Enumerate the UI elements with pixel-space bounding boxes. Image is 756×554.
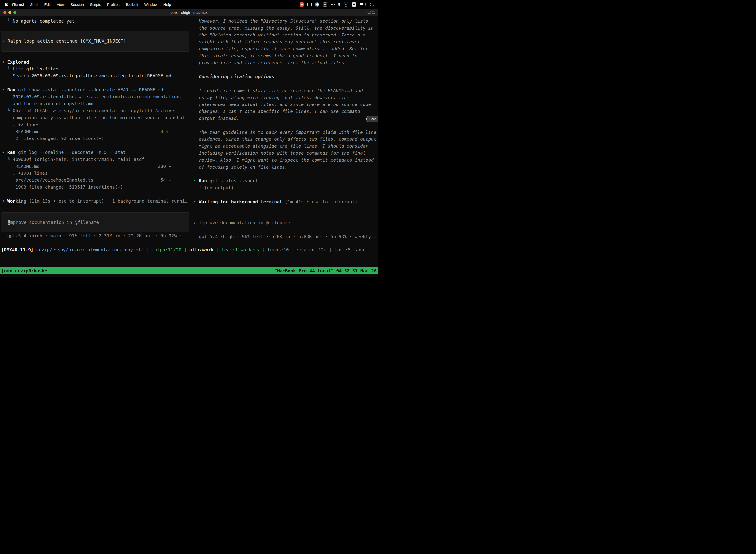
- minimize-button[interactable]: [8, 11, 11, 14]
- zoom-button[interactable]: [13, 11, 16, 14]
- left-terminal-pane[interactable]: └ No agents completed yet› Ralph loop ac…: [0, 16, 191, 243]
- menu-edit[interactable]: Edit: [41, 2, 54, 7]
- terminal-line: evidence. Since this change only affects…: [193, 136, 378, 143]
- menu-view[interactable]: View: [54, 2, 67, 7]
- terminal-split: └ No agents completed yet› Ralph loop ac…: [0, 16, 378, 243]
- menu-items: ShellEditViewSessionScriptsProfilesToolb…: [27, 2, 174, 7]
- battery-percent-icon[interactable]: .61: [343, 2, 349, 7]
- terminal-line: and-the-erosion-of-copyleft.md: [2, 100, 191, 107]
- terminal-line: README.md | 280 +: [2, 163, 191, 170]
- tmux-session-name: [omx-cczip0:bash*: [1, 267, 47, 274]
- terminal-line: review. Also, I might want to inspect th…: [193, 157, 378, 164]
- terminal-line: the "Related research writing" section i…: [193, 32, 378, 39]
- terminal-line: … +1901 lines: [2, 170, 191, 177]
- reasoning-heading: Considering citation options: [193, 73, 378, 80]
- keyboard-icon[interactable]: [307, 3, 312, 6]
- blank-line: [193, 226, 378, 233]
- prompt-input[interactable]: › Improve documentation in @filename: [1, 213, 189, 232]
- blank-line: [193, 191, 378, 198]
- blank-line: [193, 66, 378, 73]
- battery-icon[interactable]: [360, 3, 366, 6]
- blank-line: [2, 79, 191, 87]
- session-stats: gpt-5.4 xhigh · 96% left · 520K in · 5.8…: [193, 233, 378, 240]
- terminal-line: However, I noticed the "Directory Struct…: [193, 18, 378, 24]
- terminal-line: of focusing solely on file lines.: [193, 164, 378, 170]
- menu-app-name[interactable]: iTerm2: [12, 2, 27, 7]
- blank-line: [2, 190, 191, 198]
- terminal-line: └ (no output): [193, 184, 378, 191]
- dark-app-icon[interactable]: [323, 2, 327, 7]
- input-source-icon[interactable]: A: [352, 2, 356, 7]
- app-grid-icon[interactable]: [331, 2, 334, 6]
- terminal-line: Search 2026-03-09-is-legal-the-same-as-l…: [2, 72, 191, 79]
- terminal-line: • Ran git log --oneline --decorate -n 5 …: [2, 149, 191, 156]
- terminal-line: README.md | 4 +: [2, 128, 191, 135]
- tmux-status-bar: [omx-cczip0:bash* "MacBook-Pro-44.local"…: [0, 267, 378, 274]
- macos-desktop: iTerm2 ShellEditViewSessionScriptsProfil…: [0, 0, 378, 277]
- blank-line: [193, 205, 378, 212]
- terminal-line: changes, I can't cite specific file line…: [193, 108, 378, 115]
- terminal-line: this single essay, it seems like a good …: [193, 52, 378, 59]
- blank-line: [193, 80, 378, 87]
- terminal-line: including verification notes with those …: [193, 150, 378, 157]
- menu-bar: iTerm2 ShellEditViewSessionScriptsProfil…: [0, 0, 378, 9]
- terminal-line: companion analysis without altering the …: [2, 114, 191, 121]
- terminal-line: essay file, along with finding root file…: [193, 94, 378, 101]
- waiting-status: • Waiting for background terminal (1m 41…: [193, 198, 378, 205]
- screen-recording-icon[interactable]: [300, 2, 304, 7]
- apple-menu-icon[interactable]: [4, 2, 8, 7]
- control-center-icon[interactable]: [370, 3, 374, 6]
- terminal-line: └ 067f154 (HEAD -> essay/ai-reimplementa…: [2, 107, 191, 114]
- terminal-line: • Ran git status --short: [193, 177, 378, 184]
- working-status: • Working (11m 13s • esc to interrupt) ·…: [2, 198, 191, 205]
- terminal-line: └ 4b9d30f (origin/main, instructkr/main,…: [2, 156, 191, 163]
- terminal-line: • Explored: [2, 59, 191, 65]
- window-controls: [3, 9, 16, 16]
- menu-shell[interactable]: Shell: [27, 2, 41, 7]
- terminal-line: • Ran git show --stat --oneline --decora…: [2, 87, 191, 93]
- window-title-bar[interactable]: omx --xhigh --madmax ⌥⌘1: [0, 9, 378, 16]
- prompt-input[interactable]: › Improve documentation in @filename: [193, 219, 378, 226]
- swift-icon[interactable]: [315, 2, 319, 7]
- blank-line: [2, 52, 191, 59]
- terminal-line: I could cite commit statistics or refere…: [193, 87, 378, 94]
- terminal-line: slight risk that future readers may over…: [193, 39, 378, 45]
- close-button[interactable]: [3, 11, 6, 14]
- screen-share-button[interactable]: Scre: [366, 116, 378, 122]
- terminal-line: output instead.: [193, 115, 378, 122]
- stat-icon[interactable]: 8: [338, 2, 340, 6]
- menu-bar-status-icons: 8 .61 A: [300, 2, 378, 7]
- terminal-line: might be acceptable alongside the file l…: [193, 143, 378, 150]
- window-shortcut: ⌥⌘1: [366, 11, 375, 14]
- menu-profiles[interactable]: Profiles: [104, 2, 123, 7]
- terminal-line: 2 files changed, 92 insertions(+): [2, 135, 191, 142]
- omx-status-bar: [OMX#0.11.9] cczip/essay/ai-reimplementa…: [0, 243, 378, 254]
- session-stats: gpt-5.4 xhigh · main · 91% left · 2.31M …: [2, 232, 191, 239]
- tmux-host-time: "MacBook-Pro-44.local" 04:52 31-Mar-26: [274, 267, 377, 274]
- terminal-line: └ List git ls-files: [2, 65, 191, 72]
- terminal-line: 2026-03-09-is-legal-the-same-as-legitima…: [2, 93, 191, 100]
- terminal-line: … +2 lines: [2, 121, 191, 128]
- blank-line: [193, 122, 378, 129]
- terminal-line: provide file and line references from th…: [193, 59, 378, 66]
- menu-session[interactable]: Session: [68, 2, 87, 7]
- menu-toolbelt[interactable]: Toolbelt: [123, 2, 141, 7]
- terminal-line: src/voice/voiceModeEnabled.ts | 54 +: [2, 177, 191, 184]
- ralph-loop-banner: › Ralph loop active continue [OMX_TMUX_I…: [1, 31, 189, 52]
- blank-line: [193, 212, 378, 219]
- terminal-line: the source tree, missing the essay. Stil…: [193, 24, 378, 32]
- menu-help[interactable]: Help: [161, 2, 174, 7]
- menu-scripts[interactable]: Scripts: [87, 2, 104, 7]
- terminal-line: └ No agents completed yet: [2, 18, 191, 24]
- right-terminal-pane[interactable]: However, I noticed the "Directory Struct…: [191, 16, 378, 243]
- terminal-line: The team guideline is to back every impo…: [193, 129, 378, 136]
- window-title: omx --xhigh --madmax: [170, 11, 207, 15]
- blank-line: [2, 142, 191, 149]
- terminal-line: references need actual files, and since …: [193, 101, 378, 108]
- terminal-line: companion file, especially if more comme…: [193, 45, 378, 52]
- menu-window[interactable]: Window: [141, 2, 161, 7]
- terminal-line: 1903 files changed, 513517 insertions(+): [2, 184, 191, 190]
- blank-line: [193, 170, 378, 177]
